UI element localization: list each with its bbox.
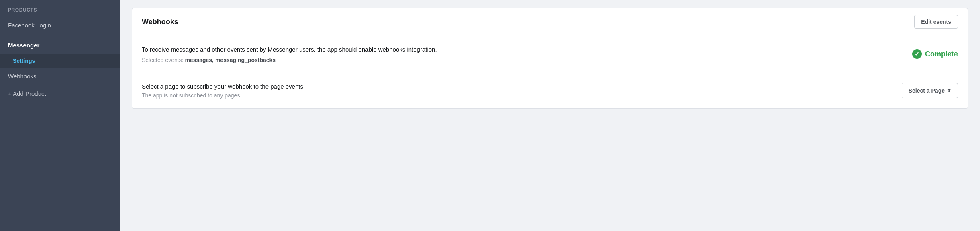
sidebar-item-label: Messenger bbox=[8, 42, 39, 49]
sidebar-divider bbox=[0, 35, 120, 35]
subscribe-note: The app is not subscribed to any pages bbox=[142, 92, 894, 99]
complete-label: Complete bbox=[925, 50, 958, 58]
sidebar: PRODUCTS Facebook Login Messenger Settin… bbox=[0, 0, 120, 231]
sidebar-item-facebook-login[interactable]: Facebook Login bbox=[0, 17, 120, 33]
subscribe-text: Select a page to subscribe your webhook … bbox=[142, 83, 894, 99]
webhooks-section: Webhooks Edit events To receive messages… bbox=[132, 8, 968, 109]
complete-icon: ✓ bbox=[912, 49, 922, 59]
sidebar-item-label: + Add Product bbox=[8, 90, 46, 97]
sidebar-item-label: Settings bbox=[13, 58, 35, 64]
integration-card: To receive messages and other events sen… bbox=[132, 35, 968, 73]
selected-events-prefix: Selected events: bbox=[142, 57, 185, 63]
select-page-button[interactable]: Select a Page ⬍ bbox=[902, 83, 958, 98]
main-content: Webhooks Edit events To receive messages… bbox=[120, 0, 980, 231]
sidebar-item-label: Webhooks bbox=[8, 73, 37, 80]
sidebar-item-settings[interactable]: Settings bbox=[0, 54, 120, 68]
subscribe-description: Select a page to subscribe your webhook … bbox=[142, 83, 894, 90]
sidebar-item-webhooks[interactable]: Webhooks bbox=[0, 68, 120, 85]
sidebar-section-label: PRODUCTS bbox=[0, 7, 120, 17]
complete-badge: ✓ Complete bbox=[912, 49, 958, 59]
integration-description: To receive messages and other events sen… bbox=[142, 45, 896, 54]
sidebar-item-messenger[interactable]: Messenger bbox=[0, 37, 120, 54]
sidebar-item-label: Facebook Login bbox=[8, 22, 51, 29]
integration-text: To receive messages and other events sen… bbox=[142, 45, 896, 63]
webhooks-header: Webhooks Edit events bbox=[132, 8, 968, 35]
selected-events: Selected events: messages, messaging_pos… bbox=[142, 57, 896, 63]
chevron-down-icon: ⬍ bbox=[947, 88, 951, 93]
edit-events-button[interactable]: Edit events bbox=[914, 15, 958, 29]
selected-events-values: messages, messaging_postbacks bbox=[185, 57, 276, 63]
sidebar-item-add-product[interactable]: + Add Product bbox=[0, 85, 120, 103]
subscribe-card: Select a page to subscribe your webhook … bbox=[132, 73, 968, 108]
select-page-label: Select a Page bbox=[909, 87, 945, 94]
webhooks-title: Webhooks bbox=[142, 18, 178, 26]
